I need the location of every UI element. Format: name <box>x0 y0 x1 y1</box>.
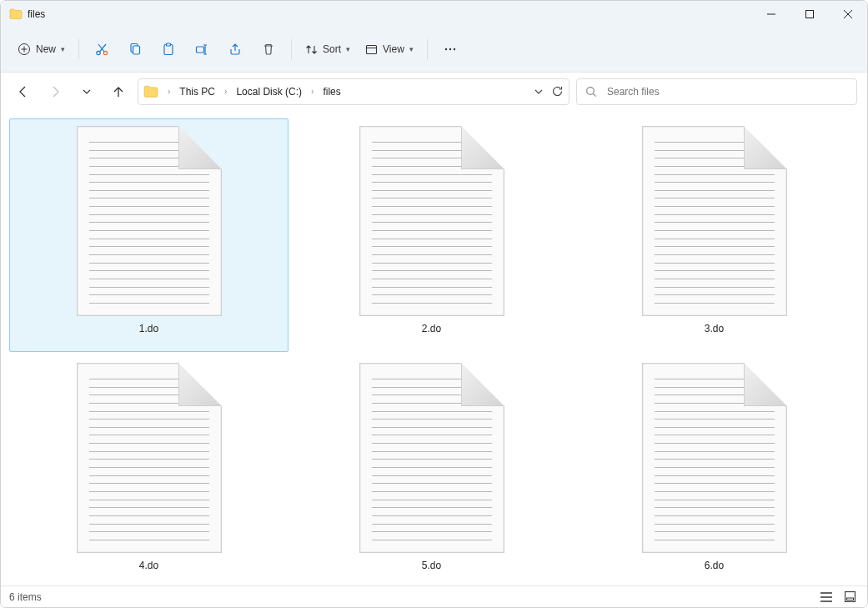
file-thumbnail <box>642 126 787 316</box>
file-name: 3.do <box>705 323 724 334</box>
breadcrumb-local-disk[interactable]: Local Disk (C:) <box>233 84 305 99</box>
item-count: 6 items <box>9 591 42 603</box>
file-item[interactable]: 5.do <box>292 355 571 585</box>
file-explorer-window: files New ▾ <box>0 0 868 608</box>
recent-locations-button[interactable] <box>74 79 99 104</box>
svg-rect-9 <box>367 45 377 53</box>
refresh-button[interactable] <box>551 85 564 98</box>
nav-row: › This PC › Local Disk (C:) › files <box>1 73 867 110</box>
file-item[interactable]: 6.do <box>574 355 854 585</box>
svg-point-10 <box>445 48 447 50</box>
more-button[interactable] <box>434 35 466 63</box>
arrow-left-icon <box>17 85 30 98</box>
svg-rect-8 <box>197 47 204 53</box>
items-grid: 1.do 2.do 3.do <box>9 118 864 585</box>
address-dropdown[interactable] <box>534 88 543 96</box>
details-view-button[interactable] <box>817 590 835 605</box>
search-icon <box>585 86 597 98</box>
plus-circle-icon <box>18 43 31 56</box>
rename-button[interactable] <box>186 35 218 63</box>
titlebar: files <box>1 1 867 27</box>
paste-button[interactable] <box>153 35 184 63</box>
new-button[interactable]: New ▾ <box>11 35 72 63</box>
view-icon <box>365 43 378 56</box>
toolbar: New ▾ Sort ▾ View ▾ <box>1 27 867 73</box>
copy-button[interactable] <box>119 35 151 63</box>
view-button[interactable]: View ▾ <box>359 35 420 63</box>
file-thumbnail <box>359 126 504 316</box>
arrow-right-icon <box>48 85 62 98</box>
file-name: 1.do <box>139 323 158 334</box>
status-bar: 6 items <box>1 585 867 607</box>
svg-point-13 <box>587 87 595 94</box>
close-button[interactable] <box>829 1 867 27</box>
copy-icon <box>128 43 142 56</box>
file-item[interactable]: 3.do <box>574 118 854 352</box>
svg-rect-5 <box>133 46 140 54</box>
svg-rect-7 <box>167 43 171 46</box>
svg-point-11 <box>449 48 451 50</box>
maximize-button[interactable] <box>790 1 829 27</box>
trash-icon <box>262 43 275 56</box>
sort-icon <box>305 43 318 56</box>
chevron-down-icon: ▾ <box>61 45 65 53</box>
share-icon <box>228 43 242 56</box>
search-box[interactable] <box>576 78 857 105</box>
chevron-right-icon[interactable]: › <box>309 87 316 96</box>
refresh-icon <box>551 85 564 98</box>
new-label: New <box>36 43 56 55</box>
file-thumbnail <box>359 363 504 553</box>
ellipsis-icon <box>444 43 457 56</box>
grid-icon <box>845 591 855 602</box>
minimize-button[interactable] <box>752 1 790 27</box>
file-name: 5.do <box>422 560 441 571</box>
breadcrumb-this-pc[interactable]: This PC <box>176 84 218 99</box>
svg-point-12 <box>454 48 455 50</box>
file-name: 6.do <box>705 560 724 571</box>
content-area[interactable]: 1.do 2.do 3.do <box>1 110 867 585</box>
up-button[interactable] <box>106 79 131 104</box>
cut-button[interactable] <box>86 35 118 63</box>
chevron-down-icon <box>534 88 543 96</box>
sort-label: Sort <box>323 43 341 55</box>
folder-icon <box>9 8 23 21</box>
file-name: 4.do <box>139 560 158 571</box>
thumbnails-view-button[interactable] <box>840 590 859 605</box>
svg-rect-15 <box>846 598 853 600</box>
chevron-down-icon: ▾ <box>346 45 350 53</box>
forward-button[interactable] <box>43 79 68 104</box>
separator <box>291 39 292 59</box>
chevron-right-icon[interactable]: › <box>222 87 229 96</box>
file-thumbnail <box>77 363 222 553</box>
window-title: files <box>28 8 45 20</box>
arrow-up-icon <box>112 85 125 98</box>
breadcrumb-files[interactable]: files <box>319 84 344 99</box>
file-item[interactable]: 4.do <box>9 355 288 585</box>
file-thumbnail <box>77 126 222 316</box>
chevron-down-icon <box>83 88 91 96</box>
address-bar[interactable]: › This PC › Local Disk (C:) › files <box>138 78 569 105</box>
svg-rect-0 <box>806 10 814 18</box>
separator <box>78 39 79 59</box>
chevron-down-icon: ▾ <box>409 45 414 53</box>
back-button[interactable] <box>11 79 36 104</box>
file-name: 2.do <box>422 323 441 334</box>
list-icon <box>820 592 832 602</box>
folder-icon <box>143 84 158 99</box>
view-label: View <box>383 43 404 55</box>
sort-button[interactable]: Sort ▾ <box>299 35 357 63</box>
file-item[interactable]: 1.do <box>9 118 288 352</box>
file-item[interactable]: 2.do <box>292 118 571 352</box>
clipboard-icon <box>162 43 175 56</box>
search-input[interactable] <box>605 85 848 98</box>
separator <box>427 39 428 59</box>
scissors-icon <box>95 43 109 57</box>
rename-icon <box>195 43 208 56</box>
chevron-right-icon[interactable]: › <box>165 87 173 96</box>
share-button[interactable] <box>219 35 251 63</box>
delete-button[interactable] <box>253 35 284 63</box>
file-thumbnail <box>642 363 787 553</box>
